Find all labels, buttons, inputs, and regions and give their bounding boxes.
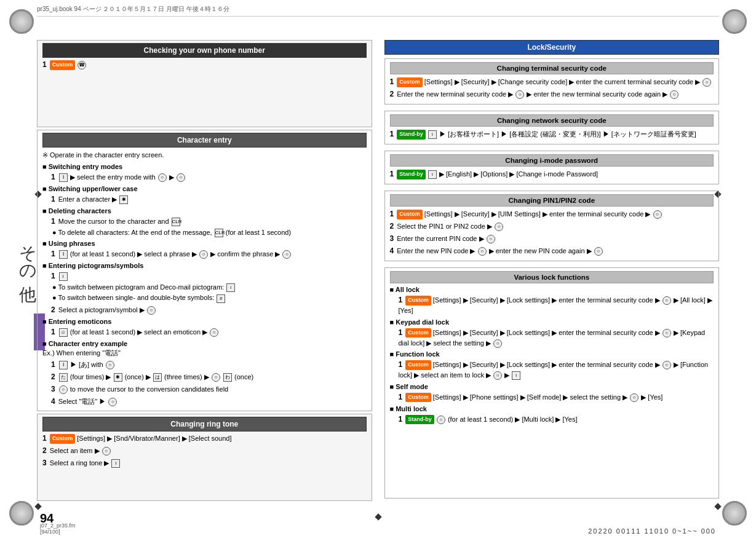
corner-decoration-br	[722, 501, 747, 526]
corner-decoration-bl	[9, 501, 34, 526]
circle-p2: ○	[147, 306, 156, 315]
fn-circle1: ○	[662, 361, 671, 369]
custom-badge-al: Custom	[405, 296, 431, 306]
upper-icon: ✱	[119, 195, 128, 204]
label-multi: Multi lock	[390, 405, 714, 412]
ex-icon5: わ	[223, 373, 232, 382]
checking-step1: 1 Custom ☎	[42, 59, 367, 70]
label-emoticons: Entering emoticons	[42, 318, 367, 325]
bullet-delete: To delete all characters: At the end of …	[52, 228, 367, 237]
ring-circle: ○	[102, 447, 111, 455]
pin-step3: 3 Enter the current PIN code ▶ ○	[390, 233, 714, 244]
self-step1: 1 Custom [Settings] ▶ [Phone settings] ▶…	[399, 392, 714, 403]
fn-icon: i	[512, 371, 520, 380]
character-entry-section: Character entry ※ Operate in the charact…	[37, 130, 372, 411]
fn-circle2: ○	[493, 371, 502, 380]
network-security-section: Changing network security code 1 Stand-b…	[384, 111, 720, 144]
footer-pages: [94/100]	[40, 529, 76, 535]
pin-step1: 1 Custom [Settings] ▶ [Security] ▶ [UIM …	[390, 208, 714, 219]
ex-step1: 1 Ⅰ ▶ [あ] with ○	[51, 359, 367, 370]
custom-badge-kp: Custom	[405, 328, 431, 338]
pin-circle3: ○	[487, 235, 495, 243]
circle-icon-2: ○	[177, 173, 185, 182]
pin-circle5: ○	[594, 247, 603, 256]
circle-emo: ○	[210, 328, 218, 337]
main-title-header: Lock/Security	[384, 40, 720, 55]
page-header: pr35_uj.book 94 ページ ２０１０年５月１７日 月曜日 午後４時１…	[37, 5, 719, 17]
left-column: Checking your own phone number 1 Custom …	[37, 40, 372, 501]
checking-phone-section: Checking your own phone number 1 Custom …	[37, 40, 372, 127]
ex-intro: Ex.) When entering "電話"	[42, 349, 367, 358]
label-function: Function lock	[390, 350, 714, 358]
corner-decoration-tl	[9, 9, 34, 34]
label-upper: Switching upper/lower case	[42, 185, 367, 192]
footer-file: j07_2_pr35.fm	[40, 522, 76, 529]
pict-icon: i	[59, 272, 68, 281]
ring-step1: 1 Custom [Settings] ▶ [Snd/Vibrator/Mann…	[42, 433, 367, 444]
ex-circle3: ○	[59, 385, 68, 394]
diamond-right-bottom	[713, 503, 723, 510]
lock-functions-header: Various lock functions	[390, 271, 714, 283]
label-pictograms: Entering pictograms/symbols	[42, 262, 367, 269]
ml-circle1: ○	[437, 416, 445, 424]
ts-circle1: ○	[702, 78, 711, 87]
ex-circle2: ○	[212, 373, 220, 382]
main-content: Checking your own phone number 1 Custom …	[37, 40, 719, 501]
circle-icon-1: ○	[158, 173, 167, 182]
clr-icon: CLR	[172, 218, 180, 226]
confirm-icon: ○	[199, 250, 208, 259]
al-circle1: ○	[662, 296, 671, 305]
corner-decoration-tr	[722, 9, 747, 34]
lock-functions-section: Various lock functions All lock 1 Custom…	[384, 267, 720, 499]
custom-badge-fn: Custom	[405, 360, 431, 370]
pin-step2: 2 Select the PIN1 or PIN2 code ▶ ○	[390, 221, 714, 232]
ring-step2: 2 Select an item ▶ ○	[42, 445, 367, 456]
footer-left: j07_2_pr35.fm [94/100]	[40, 522, 76, 535]
checking-phone-header: Checking your own phone number	[42, 43, 367, 58]
label-keypad: Keypad dial lock	[390, 318, 714, 326]
clr-icon2: CLR	[215, 229, 223, 237]
header-text: pr35_uj.book 94 ページ ２０１０年５月１７日 月曜日 午後４時１…	[37, 5, 229, 14]
terminal-security-section: Changing terminal security code 1 Custom…	[384, 58, 720, 104]
ex-step4: 4 Select "電話" ▶ ○	[51, 396, 367, 407]
sym-icon: #	[217, 294, 225, 303]
bullet-pict1: To switch between pictogram and Deco-mai…	[52, 283, 367, 292]
kp-circle1: ○	[662, 329, 671, 337]
standby-badge-ns: Stand-by	[397, 130, 426, 140]
pin-circle4: ○	[478, 247, 487, 256]
custom-badge: Custom	[50, 60, 76, 70]
circle-p3: ○	[282, 250, 291, 259]
ring-step3: 3 Select a ring tone ▶ i	[42, 457, 367, 468]
imode-password-header: Changing i-mode password	[390, 154, 714, 167]
imode-password-section: Changing i-mode password 1 Stand-by i ▶ …	[384, 151, 720, 184]
footer-right: 20220 00111 11010 0~1~~ 000	[588, 527, 716, 535]
custom-badge-pin: Custom	[397, 210, 423, 219]
diamond-left-bottom	[33, 503, 43, 510]
ex-step2: 2 た (four times) ▶ ✱ (once) ▶ は (three t…	[51, 371, 367, 382]
im-step1: 1 Stand-by i ▶ [English] ▶ [Options] ▶ […	[390, 168, 714, 179]
ts-step2: 2 Enter the new terminal security code ▶…	[390, 89, 714, 100]
label-switching: Switching entry modes	[42, 163, 367, 170]
ts-circle2: ○	[515, 90, 524, 99]
label-phrases: Using phrases	[42, 240, 367, 247]
ring-tone-section: Changing ring tone 1 Custom [Settings] ▶…	[37, 414, 372, 501]
step-phrases: 1 Ⅰ (for at least 1 second) ▶ select a p…	[51, 248, 367, 259]
ring-info-icon: i	[111, 459, 120, 468]
custom-badge-sf: Custom	[405, 393, 431, 403]
pin-step4: 4 Enter the new PIN code ▶ ○ ▶ enter the…	[390, 245, 714, 256]
step-delete: 1 Move the cursor to the character and C…	[51, 216, 367, 227]
ts-circle3: ○	[670, 90, 678, 99]
japanese-side-text: その他	[15, 234, 39, 273]
ex-step3: 3 ○ to move the cursor to the conversion…	[51, 384, 367, 395]
pict-icon2: i	[226, 283, 235, 292]
custom-badge-ring: Custom	[50, 434, 76, 444]
alllock-step1: 1 Custom [Settings] ▶ [Security] ▶ [Lock…	[399, 294, 714, 316]
ex-icon3: ✱	[114, 373, 122, 382]
ex-circle1: ○	[106, 361, 114, 369]
phrase-icon: Ⅰ	[59, 250, 68, 259]
pin-code-header: Changing PIN1/PIN2 code	[390, 194, 714, 207]
function-step1: 1 Custom [Settings] ▶ [Security] ▶ [Lock…	[399, 359, 714, 380]
custom-badge-ts1: Custom	[397, 77, 423, 87]
ns-icon: i	[428, 130, 437, 139]
standby-badge-im: Stand-by	[397, 170, 426, 179]
